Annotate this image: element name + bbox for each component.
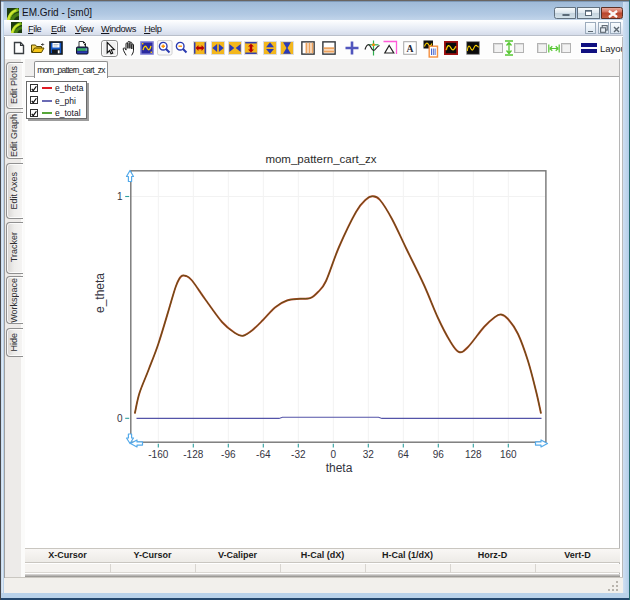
svg-text:-160: -160 — [148, 449, 168, 460]
svg-text:A: A — [407, 43, 414, 54]
svg-text:0: 0 — [117, 413, 123, 424]
svg-text:64: 64 — [398, 449, 410, 460]
svg-text:theta: theta — [326, 461, 353, 475]
svg-text:-32: -32 — [291, 449, 306, 460]
svg-text:160: 160 — [500, 449, 517, 460]
svg-text:128: 128 — [465, 449, 482, 460]
svg-text:mom_pattern_cart_zx: mom_pattern_cart_zx — [265, 153, 376, 165]
svg-text:0: 0 — [331, 449, 337, 460]
svg-text:-64: -64 — [256, 449, 271, 460]
svg-text:1: 1 — [117, 191, 123, 202]
svg-text:96: 96 — [433, 449, 445, 460]
svg-text:-128: -128 — [183, 449, 203, 460]
svg-text:-96: -96 — [221, 449, 236, 460]
svg-text:32: 32 — [363, 449, 375, 460]
svg-text:e_theta: e_theta — [93, 273, 107, 313]
